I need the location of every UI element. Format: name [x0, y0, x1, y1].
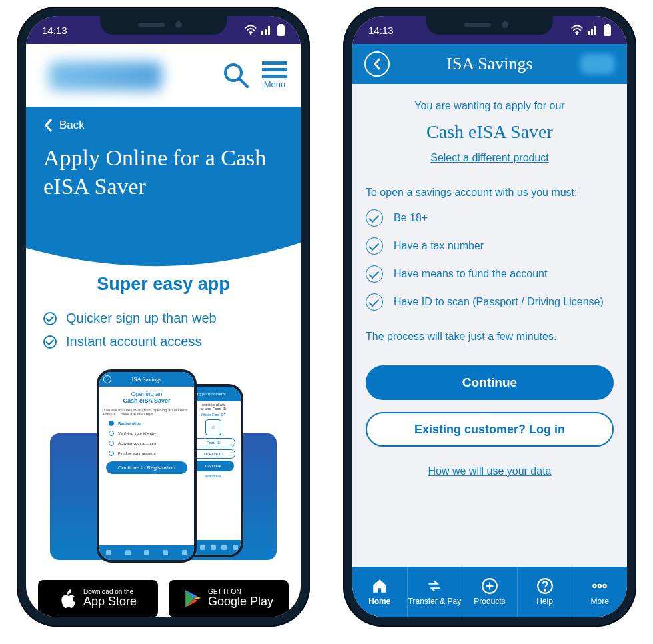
svg-line-7: [239, 79, 247, 87]
chevron-left-icon: [43, 119, 53, 132]
page-title: Apply Online for a Cash eISA Saver: [43, 144, 283, 201]
back-button[interactable]: [364, 51, 390, 77]
hamburger-icon: [262, 61, 287, 78]
brand-logo: [580, 54, 615, 74]
check-icon: [43, 312, 57, 325]
check-icon: [366, 265, 383, 283]
svg-rect-13: [604, 25, 611, 36]
benefit-text: Instant account access: [66, 334, 201, 349]
notch: [100, 15, 227, 35]
bottom-tabbar: Home Transfer & Pay Products Help More: [352, 567, 627, 617]
help-icon: [536, 577, 554, 595]
svg-rect-12: [606, 24, 609, 25]
continue-button[interactable]: Continue: [366, 365, 614, 400]
svg-rect-9: [588, 31, 590, 35]
tab-help[interactable]: Help: [518, 567, 573, 617]
signal-icon: [261, 25, 273, 35]
status-time: 14:13: [42, 25, 67, 36]
battery-icon: [604, 24, 611, 36]
svg-rect-2: [265, 29, 267, 35]
benefit-row: Instant account access: [43, 334, 283, 349]
check-icon: [43, 335, 57, 349]
tab-more[interactable]: More: [572, 567, 627, 617]
signal-icon: [588, 25, 600, 35]
check-icon: [366, 293, 383, 311]
search-icon[interactable]: [222, 61, 250, 89]
notch: [426, 15, 553, 35]
wifi-icon: [244, 25, 257, 35]
select-product-link[interactable]: Select a different product: [366, 152, 614, 164]
svg-rect-5: [277, 25, 285, 36]
svg-rect-1: [261, 31, 263, 35]
check-icon: [366, 209, 383, 227]
section-title: Super easy app: [97, 274, 230, 295]
wifi-icon: [570, 25, 584, 35]
app-title: ISA Savings: [446, 54, 532, 74]
svg-rect-10: [591, 29, 593, 35]
wave-divider: [26, 241, 301, 271]
svg-point-8: [576, 33, 578, 35]
back-link[interactable]: Back: [43, 119, 283, 132]
chevron-left-icon: [372, 57, 382, 71]
requirement-row: Be 18+: [366, 209, 614, 227]
data-usage-link[interactable]: How we will use your data: [366, 465, 614, 477]
app-content: You are wanting to apply for our Cash eI…: [352, 84, 627, 567]
svg-rect-3: [268, 26, 270, 35]
check-icon: [366, 237, 383, 255]
back-label: Back: [59, 119, 85, 132]
phone-frame-left: 14:13 Menu Back Apply Online for a Cash …: [17, 7, 310, 627]
duration-text: The process will take just a few minutes…: [366, 331, 614, 343]
google-play-badge[interactable]: GET IT ONGoogle Play: [169, 580, 289, 617]
app-preview-graphic: ‹ISA Savings Opening an Cash eISA Saver …: [50, 369, 277, 563]
plus-circle-icon: [481, 577, 498, 595]
app-titlebar: ISA Savings: [352, 44, 627, 84]
brand-logo: [49, 61, 162, 91]
apple-icon: [59, 589, 77, 609]
benefit-text: Quicker sign up than web: [66, 311, 217, 326]
menu-button[interactable]: Menu: [262, 61, 287, 89]
svg-point-18: [598, 585, 601, 587]
product-name: Cash eISA Saver: [366, 121, 614, 143]
requirements-heading: To open a savings account with us you mu…: [366, 187, 614, 199]
more-icon: [591, 577, 608, 595]
battery-icon: [277, 24, 285, 36]
menu-label: Menu: [264, 79, 286, 89]
phone-frame-right: 14:13 ISA Savings You are wanting to app…: [343, 7, 636, 627]
google-play-icon: [184, 589, 201, 608]
svg-rect-11: [594, 26, 596, 35]
home-icon: [371, 577, 388, 595]
svg-point-19: [604, 585, 606, 587]
hero-banner: Back Apply Online for a Cash eISA Saver: [26, 107, 301, 241]
transfer-icon: [426, 577, 443, 595]
existing-customer-button[interactable]: Existing customer? Log in: [366, 412, 614, 447]
tab-home[interactable]: Home: [352, 567, 408, 617]
app-store-badge[interactable]: Download on theApp Store: [38, 580, 158, 617]
svg-point-0: [250, 33, 252, 35]
intro-text: You are wanting to apply for our: [366, 100, 614, 112]
status-time: 14:13: [368, 25, 394, 36]
tab-transfer[interactable]: Transfer & Pay: [408, 567, 463, 617]
requirement-row: Have ID to scan (Passport / Driving Lice…: [366, 293, 614, 311]
preview-phone-1: ‹ISA Savings Opening an Cash eISA Saver …: [97, 369, 197, 563]
benefit-row: Quicker sign up than web: [43, 311, 283, 326]
store-badges: Download on theApp Store GET IT ONGoogle…: [26, 575, 301, 617]
svg-rect-4: [279, 24, 283, 25]
tab-products[interactable]: Products: [462, 567, 518, 617]
requirement-row: Have means to fund the account: [366, 265, 614, 283]
requirement-row: Have a tax number: [366, 237, 614, 255]
svg-point-16: [544, 590, 545, 591]
svg-point-17: [593, 585, 596, 587]
